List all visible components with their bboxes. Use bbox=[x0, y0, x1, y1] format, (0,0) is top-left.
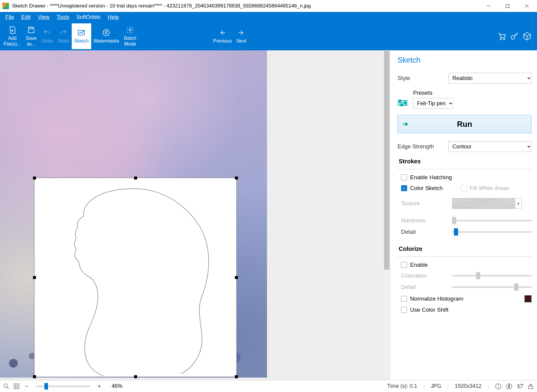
menu-softorbits[interactable]: SoftOrbits bbox=[73, 13, 104, 22]
info-icon[interactable] bbox=[495, 383, 502, 390]
menu-help[interactable]: Help bbox=[104, 13, 122, 22]
menu-bar: File Edit View Tools SoftOrbits Help bbox=[0, 12, 537, 22]
status-time: Time (s): 0.1 bbox=[387, 383, 417, 389]
colorize-enable-checkbox[interactable] bbox=[401, 262, 407, 268]
menu-edit[interactable]: Edit bbox=[18, 13, 34, 22]
status-bar: − + 46% Time (s): 0.1 JPG 1920x3412 bbox=[0, 380, 537, 392]
fill-white-label: Fill White Areas bbox=[470, 185, 509, 192]
texture-preview bbox=[452, 198, 515, 209]
fill-white-checkbox[interactable] bbox=[461, 185, 467, 191]
panel-title: Sketch bbox=[398, 56, 532, 64]
handle-se[interactable] bbox=[235, 375, 238, 378]
svg-point-12 bbox=[504, 39, 505, 40]
colorize-title: Colorize bbox=[399, 245, 532, 252]
canvas-area[interactable] bbox=[0, 50, 390, 380]
batch-icon bbox=[126, 26, 134, 34]
previous-button[interactable]: Previous bbox=[211, 23, 234, 49]
handle-w[interactable] bbox=[33, 276, 36, 279]
menu-file[interactable]: File bbox=[2, 13, 18, 22]
presets-label: Presets bbox=[413, 90, 532, 96]
strokes-detail-label: Detail bbox=[401, 229, 452, 235]
batch-mode-button[interactable]: Batch Mode bbox=[122, 23, 139, 49]
share-icon[interactable] bbox=[527, 383, 534, 390]
texture-dropdown[interactable]: ▾ bbox=[515, 198, 522, 209]
facebook-icon[interactable] bbox=[506, 383, 512, 390]
svg-rect-1 bbox=[506, 4, 509, 7]
presets-icon[interactable] bbox=[398, 98, 408, 108]
hardness-slider[interactable] bbox=[452, 220, 532, 221]
strokes-detail-slider[interactable] bbox=[452, 231, 532, 233]
redo-button[interactable]: Redo bbox=[56, 23, 72, 49]
colorize-detail-slider[interactable] bbox=[452, 286, 532, 288]
zoom-out-button[interactable]: − bbox=[23, 383, 30, 390]
sketch-icon bbox=[77, 28, 86, 37]
zoom-actual-icon[interactable] bbox=[3, 383, 10, 390]
zoom-in-button[interactable]: + bbox=[96, 383, 103, 390]
color-sketch-checkbox[interactable] bbox=[401, 185, 407, 191]
edge-strength-select[interactable]: Contour bbox=[448, 141, 532, 152]
sketch-preview bbox=[34, 178, 236, 377]
svg-point-9 bbox=[103, 30, 110, 36]
package-icon[interactable] bbox=[523, 32, 532, 41]
next-button[interactable]: Next bbox=[234, 23, 249, 49]
close-button[interactable] bbox=[517, 0, 536, 12]
svg-point-10 bbox=[129, 29, 131, 31]
coloration-label: Coloration bbox=[401, 272, 452, 279]
coloration-slider[interactable] bbox=[452, 275, 532, 277]
handle-ne[interactable] bbox=[235, 177, 238, 180]
title-bar: Sketch Drawer - ****Unregistered version… bbox=[0, 0, 537, 12]
arrow-right-icon bbox=[237, 28, 246, 37]
handle-s[interactable] bbox=[134, 375, 137, 378]
status-dimensions: 1920x3412 bbox=[455, 383, 482, 389]
selection-region[interactable] bbox=[34, 178, 237, 377]
svg-point-14 bbox=[4, 384, 8, 388]
texture-label: Texture bbox=[401, 200, 452, 207]
handle-nw[interactable] bbox=[33, 177, 36, 180]
style-label: Style bbox=[398, 75, 448, 82]
handle-sw[interactable] bbox=[33, 375, 36, 378]
color-sketch-label: Color Sketch bbox=[410, 185, 443, 192]
arrow-left-icon bbox=[218, 28, 226, 37]
handle-n[interactable] bbox=[134, 177, 137, 180]
use-color-shift-label: Use Color Shift bbox=[410, 307, 448, 313]
svg-point-8 bbox=[82, 31, 84, 32]
strokes-title: Strokes bbox=[399, 158, 532, 165]
maximize-button[interactable] bbox=[498, 0, 517, 12]
svg-point-20 bbox=[498, 385, 498, 385]
style-select[interactable]: Realistic bbox=[448, 73, 532, 84]
watermark-icon bbox=[102, 28, 110, 37]
window-title: Sketch Drawer - ****Unregistered version… bbox=[11, 3, 479, 9]
handle-e[interactable] bbox=[235, 276, 238, 279]
zoom-fit-icon[interactable] bbox=[13, 383, 20, 390]
sketch-panel: Sketch Style Realistic Presets Felt-Tip … bbox=[390, 50, 537, 380]
menu-view[interactable]: View bbox=[34, 13, 53, 22]
presets-select[interactable]: Felt-Tip pen bbox=[413, 98, 453, 109]
enable-hatching-checkbox[interactable] bbox=[401, 174, 407, 180]
svg-rect-17 bbox=[15, 385, 17, 387]
key-icon[interactable] bbox=[510, 32, 519, 41]
colorize-detail-label: Detail bbox=[401, 284, 452, 290]
color-swatch[interactable] bbox=[524, 295, 532, 302]
sketch-tool-button[interactable]: Sketch bbox=[72, 23, 91, 49]
menu-tools[interactable]: Tools bbox=[53, 13, 73, 22]
normalize-histogram-checkbox[interactable] bbox=[401, 296, 407, 302]
run-button[interactable]: ➔ Run bbox=[398, 115, 532, 133]
undo-icon bbox=[43, 28, 51, 37]
svg-rect-16 bbox=[14, 384, 19, 389]
minimize-button[interactable] bbox=[479, 0, 498, 12]
hardness-label: Hardness bbox=[401, 217, 452, 224]
cart-icon[interactable] bbox=[497, 32, 506, 41]
use-color-shift-checkbox[interactable] bbox=[401, 307, 407, 313]
toolbar: Add File(s)... Save as... Undo Redo Sket… bbox=[0, 22, 537, 50]
add-files-button[interactable]: Add File(s)... bbox=[1, 23, 23, 49]
zoom-slider[interactable] bbox=[36, 385, 90, 387]
svg-line-15 bbox=[7, 387, 9, 389]
watermarks-button[interactable]: Watermarks bbox=[91, 23, 122, 49]
twitter-icon[interactable] bbox=[517, 383, 523, 390]
vertical-scrollbar[interactable] bbox=[383, 50, 390, 380]
save-as-button[interactable]: Save as... bbox=[23, 23, 39, 49]
svg-point-13 bbox=[511, 36, 515, 40]
undo-button[interactable]: Undo bbox=[39, 23, 55, 49]
zoom-value: 46% bbox=[112, 383, 122, 389]
normalize-histogram-label: Normalize Histogram bbox=[410, 295, 463, 302]
